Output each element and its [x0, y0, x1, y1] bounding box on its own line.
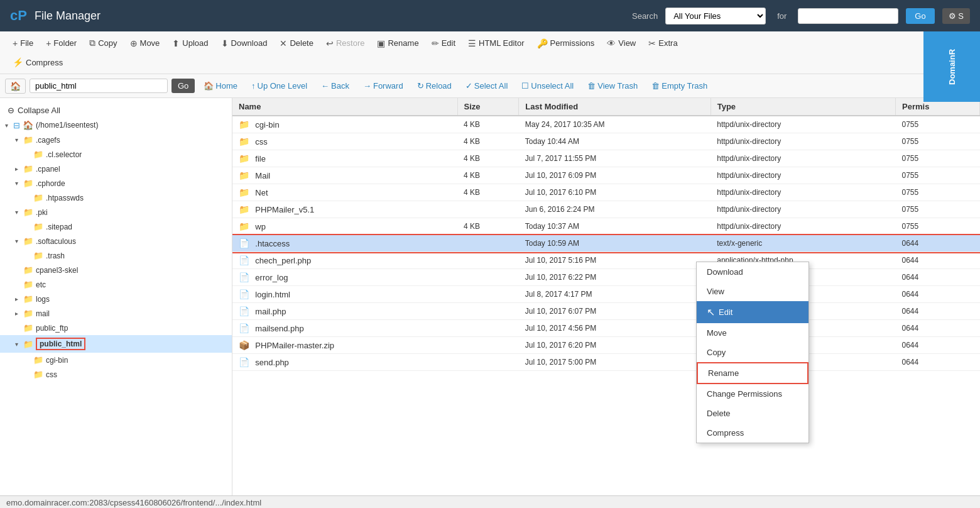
- delete-button[interactable]: ✕ Delete: [275, 36, 318, 51]
- download-button[interactable]: ⬇ Download: [216, 36, 273, 51]
- rename-icon: ▣: [377, 38, 385, 48]
- file-perms-cell: 0644: [896, 303, 980, 320]
- address-go-button[interactable]: Go: [172, 79, 195, 93]
- tree-item-public-html[interactable]: ▾ 📁 public_html: [0, 335, 232, 353]
- table-row[interactable]: 📄 login.html Jul 8, 2017 4:17 PM text/ht…: [232, 286, 980, 303]
- edit-label: Edit: [442, 38, 455, 48]
- search-select[interactable]: All Your Files: [665, 8, 766, 25]
- delete-label: Delete: [290, 38, 313, 48]
- table-row[interactable]: 📄 chech_perl.php Jul 10, 2017 5:16 PM ap…: [232, 252, 980, 269]
- file-size-cell: [457, 354, 519, 371]
- tree-item-css[interactable]: 📁 css: [0, 367, 232, 382]
- unselect-all-button[interactable]: ☐ Unselect All: [516, 79, 579, 93]
- back-button[interactable]: ← Back: [316, 79, 354, 93]
- empty-trash-button[interactable]: 🗑 Empty Trash: [646, 79, 712, 93]
- new-file-button[interactable]: + File: [8, 36, 38, 51]
- table-row[interactable]: 📄 send.php Jul 10, 2017 5:00 PM applicat…: [232, 354, 980, 371]
- restore-label: Restore: [336, 38, 365, 48]
- path-input[interactable]: [30, 79, 168, 93]
- tree-item-softaculous[interactable]: ▾ 📁 .softaculous: [0, 234, 232, 248]
- extract-button[interactable]: ✂ Extra: [643, 36, 682, 51]
- tree-etc-label: etc: [36, 280, 46, 289]
- context-menu-change-permissions[interactable]: Change Permissions: [697, 384, 808, 404]
- table-row[interactable]: 📁 wp 4 KB Today 10:37 AM httpd/unix-dire…: [232, 218, 980, 235]
- view-trash-button[interactable]: 🗑 View Trash: [582, 79, 643, 93]
- folder-icon: 📁: [23, 164, 33, 174]
- upload-button[interactable]: ⬆ Upload: [167, 36, 213, 51]
- table-row[interactable]: 📁 file 4 KB Jul 7, 2017 11:55 PM httpd/u…: [232, 150, 980, 167]
- file-perms-cell: 0644: [896, 337, 980, 354]
- table-row[interactable]: 📁 Mail 4 KB Jul 10, 2017 6:09 PM httpd/u…: [232, 167, 980, 184]
- table-row[interactable]: 📁 cgi-bin 4 KB May 24, 2017 10:35 AM htt…: [232, 116, 980, 133]
- unselect-all-icon: ☐: [521, 81, 529, 91]
- file-modified-cell: Today 10:59 AM: [519, 235, 710, 252]
- search-go-button[interactable]: Go: [906, 8, 934, 24]
- context-menu-move[interactable]: Move: [697, 323, 808, 343]
- tree-item-cphorde[interactable]: ▾ 📁 .cphorde: [0, 176, 232, 190]
- table-row[interactable]: 📦 PHPMailer-master.zip Jul 10, 2017 6:20…: [232, 337, 980, 354]
- context-menu-delete[interactable]: Delete: [697, 404, 808, 423]
- html-editor-button[interactable]: ☰ HTML Editor: [463, 36, 529, 51]
- tree-item-cagefs[interactable]: ▾ 📁 .cagefs: [0, 133, 232, 147]
- tree-item-cl-selector[interactable]: 📁 .cl.selector: [0, 147, 232, 162]
- file-name: send.php: [255, 358, 289, 367]
- download-label: Download: [231, 38, 268, 48]
- new-folder-button[interactable]: + Folder: [41, 36, 82, 51]
- select-all-button[interactable]: ✓ Select All: [460, 79, 513, 93]
- tree-item-etc[interactable]: 📁 etc: [0, 277, 232, 292]
- file-type-icon: 📁: [239, 153, 249, 163]
- tree-item-root[interactable]: ▾ ⊟ 🏠 (/home1/iseentest): [0, 118, 232, 133]
- move-button[interactable]: ⊕ Move: [125, 36, 165, 51]
- tree-item-htpasswds[interactable]: 📁 .htpasswds: [0, 190, 232, 205]
- tree-item-logs[interactable]: ▸ 📁 logs: [0, 292, 232, 306]
- forward-button[interactable]: → Forward: [358, 79, 408, 93]
- main-content: ⊖ Collapse All ▾ ⊟ 🏠 (/home1/iseentest) …: [0, 98, 980, 502]
- compress-button[interactable]: ⚡ Compress: [8, 55, 68, 70]
- view-button[interactable]: 👁 View: [602, 36, 641, 51]
- reload-label: Reload: [426, 81, 452, 91]
- tree-item-mail[interactable]: ▸ 📁 mail: [0, 306, 232, 321]
- file-name-cell: 📁 file: [232, 150, 457, 167]
- tree-item-pki[interactable]: ▾ 📁 .pki: [0, 205, 232, 219]
- file-modified-cell: Jul 8, 2017 4:17 PM: [519, 286, 710, 303]
- context-menu-edit[interactable]: ↖ Edit: [697, 301, 808, 323]
- table-row[interactable]: 📄 mail.php Jul 10, 2017 6:07 PM applicat…: [232, 303, 980, 320]
- edit-button[interactable]: ✏ Edit: [427, 36, 460, 51]
- view-icon: 👁: [607, 38, 616, 48]
- context-menu-compress[interactable]: Compress: [697, 423, 808, 443]
- home-icon-button[interactable]: 🏠: [5, 79, 26, 94]
- gear-button[interactable]: ⚙ S: [942, 8, 970, 24]
- tree-item-cpanel3-skel[interactable]: 📁 cpanel3-skel: [0, 263, 232, 277]
- up-one-level-button[interactable]: ↑ Up One Level: [246, 79, 312, 93]
- search-input[interactable]: [798, 8, 898, 24]
- context-menu-download[interactable]: Download: [697, 262, 808, 282]
- permissions-button[interactable]: 🔑 Permissions: [532, 36, 600, 51]
- context-menu-copy[interactable]: Copy: [697, 343, 808, 362]
- trash-icon: 🗑: [587, 81, 596, 91]
- table-row[interactable]: 📁 css 4 KB Today 10:44 AM httpd/unix-dir…: [232, 133, 980, 150]
- table-row[interactable]: 📄 .htaccess Today 10:59 AM text/x-generi…: [232, 235, 980, 252]
- tree-item-public-ftp[interactable]: 📁 public_ftp: [0, 321, 232, 335]
- table-row[interactable]: 📁 PHPMailer_v5.1 Jun 6, 2016 2:24 PM htt…: [232, 201, 980, 218]
- table-row[interactable]: 📄 mailsend.php Jul 10, 2017 4:56 PM appl…: [232, 320, 980, 337]
- copy-button[interactable]: ⧉ Copy: [84, 35, 122, 51]
- table-row[interactable]: 📁 Net 4 KB Jul 10, 2017 6:10 PM httpd/un…: [232, 184, 980, 201]
- file-name-cell: 📁 css: [232, 133, 457, 150]
- rename-button[interactable]: ▣ Rename: [372, 36, 423, 51]
- tree-item-cgi-bin[interactable]: 📁 cgi-bin: [0, 353, 232, 367]
- tree-item-cpanel[interactable]: ▸ 📁 .cpanel: [0, 162, 232, 176]
- file-size-cell: [457, 269, 519, 286]
- table-row[interactable]: 📄 error_log Jul 10, 2017 6:22 PM text/x-…: [232, 269, 980, 286]
- expand-icon: [25, 371, 31, 378]
- tree-item-sitepad[interactable]: 📁 .sitepad: [0, 219, 232, 234]
- view-trash-label: View Trash: [597, 81, 638, 91]
- file-type-icon: 📄: [239, 323, 249, 333]
- reload-button[interactable]: ↻ Reload: [412, 79, 457, 93]
- collapse-all-button[interactable]: ⊖ Collapse All: [0, 103, 232, 118]
- home-nav-button[interactable]: 🏠 Home: [199, 79, 242, 93]
- tree-item-trash[interactable]: 📁 .trash: [0, 248, 232, 263]
- context-menu-rename[interactable]: Rename: [697, 362, 808, 384]
- restore-button[interactable]: ↩ Restore: [321, 36, 370, 51]
- context-menu-view[interactable]: View: [697, 282, 808, 301]
- file-modified-cell: Jun 6, 2016 2:24 PM: [519, 201, 710, 218]
